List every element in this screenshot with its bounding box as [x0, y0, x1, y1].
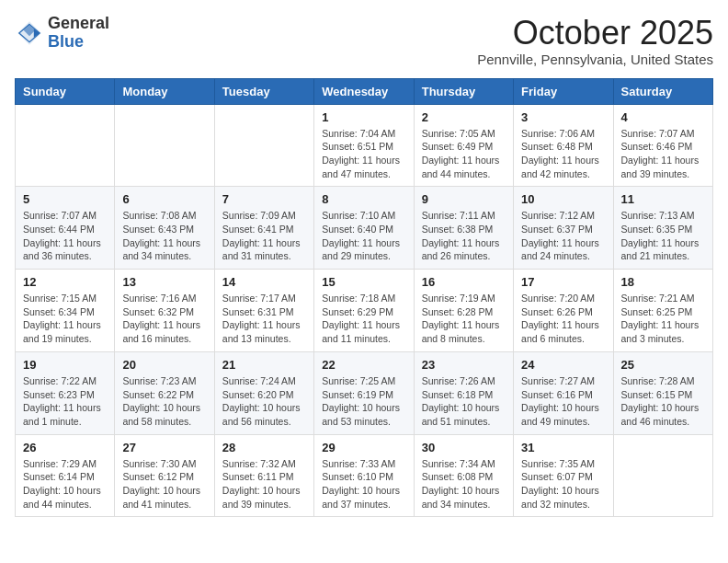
- calendar-day-cell: 23Sunrise: 7:26 AM Sunset: 6:18 PM Dayli…: [414, 351, 513, 434]
- day-info: Sunrise: 7:28 AM Sunset: 6:15 PM Dayligh…: [621, 374, 705, 429]
- day-info: Sunrise: 7:15 AM Sunset: 6:34 PM Dayligh…: [23, 292, 107, 346]
- day-info: Sunrise: 7:34 AM Sunset: 6:08 PM Dayligh…: [422, 457, 506, 511]
- logo-text: General Blue: [48, 15, 109, 52]
- day-info: Sunrise: 7:21 AM Sunset: 6:25 PM Dayligh…: [621, 292, 705, 346]
- calendar-day-cell: 25Sunrise: 7:28 AM Sunset: 6:15 PM Dayli…: [613, 351, 712, 434]
- calendar-day-cell: 1Sunrise: 7:04 AM Sunset: 6:51 PM Daylig…: [314, 104, 414, 187]
- calendar-day-cell: 20Sunrise: 7:23 AM Sunset: 6:22 PM Dayli…: [115, 351, 214, 434]
- logo-blue: Blue: [48, 32, 84, 51]
- day-number: 31: [521, 441, 605, 454]
- calendar-day-cell: 19Sunrise: 7:22 AM Sunset: 6:23 PM Dayli…: [16, 351, 115, 434]
- calendar-day-cell: 6Sunrise: 7:08 AM Sunset: 6:43 PM Daylig…: [115, 187, 214, 270]
- calendar-week-row: 26Sunrise: 7:29 AM Sunset: 6:14 PM Dayli…: [16, 434, 713, 517]
- day-number: 5: [23, 192, 107, 206]
- day-number: 20: [122, 358, 206, 372]
- day-number: 11: [621, 192, 705, 206]
- day-info: Sunrise: 7:12 AM Sunset: 6:37 PM Dayligh…: [521, 209, 605, 263]
- day-info: Sunrise: 7:17 AM Sunset: 6:31 PM Dayligh…: [222, 292, 306, 346]
- location-subtitle: Pennville, Pennsylvania, United States: [477, 52, 713, 67]
- calendar-day-cell: 7Sunrise: 7:09 AM Sunset: 6:41 PM Daylig…: [214, 187, 313, 270]
- day-info: Sunrise: 7:20 AM Sunset: 6:26 PM Dayligh…: [521, 292, 605, 346]
- day-info: Sunrise: 7:35 AM Sunset: 6:07 PM Dayligh…: [521, 457, 605, 511]
- day-number: 18: [621, 275, 705, 289]
- calendar-week-row: 5Sunrise: 7:07 AM Sunset: 6:44 PM Daylig…: [16, 187, 713, 270]
- weekday-header: Thursday: [414, 78, 513, 104]
- calendar-day-cell: 30Sunrise: 7:34 AM Sunset: 6:08 PM Dayli…: [414, 434, 513, 517]
- day-info: Sunrise: 7:27 AM Sunset: 6:16 PM Dayligh…: [521, 374, 605, 429]
- weekday-header: Friday: [514, 78, 613, 104]
- month-title: October 2025: [477, 15, 713, 52]
- day-info: Sunrise: 7:09 AM Sunset: 6:41 PM Dayligh…: [222, 209, 306, 263]
- day-number: 6: [122, 192, 206, 206]
- day-number: 22: [322, 358, 405, 372]
- day-info: Sunrise: 7:18 AM Sunset: 6:29 PM Dayligh…: [322, 292, 405, 346]
- calendar-day-cell: [115, 104, 214, 187]
- calendar-day-cell: 10Sunrise: 7:12 AM Sunset: 6:37 PM Dayli…: [514, 187, 613, 270]
- weekday-header: Monday: [115, 78, 214, 104]
- day-number: 13: [122, 275, 206, 289]
- day-number: 14: [222, 275, 306, 289]
- calendar-day-cell: 9Sunrise: 7:11 AM Sunset: 6:38 PM Daylig…: [414, 187, 513, 270]
- title-block: October 2025 Pennville, Pennsylvania, Un…: [477, 15, 713, 67]
- day-info: Sunrise: 7:07 AM Sunset: 6:44 PM Dayligh…: [23, 209, 107, 263]
- page-header: General Blue October 2025 Pennville, Pen…: [15, 15, 713, 67]
- day-number: 7: [222, 192, 306, 206]
- day-info: Sunrise: 7:16 AM Sunset: 6:32 PM Dayligh…: [122, 292, 206, 346]
- calendar-day-cell: 17Sunrise: 7:20 AM Sunset: 6:26 PM Dayli…: [514, 270, 613, 352]
- calendar-day-cell: 31Sunrise: 7:35 AM Sunset: 6:07 PM Dayli…: [514, 434, 613, 517]
- day-info: Sunrise: 7:07 AM Sunset: 6:46 PM Dayligh…: [621, 127, 705, 181]
- calendar-table: SundayMondayTuesdayWednesdayThursdayFrid…: [15, 78, 713, 518]
- calendar-day-cell: 15Sunrise: 7:18 AM Sunset: 6:29 PM Dayli…: [314, 270, 414, 352]
- calendar-week-row: 12Sunrise: 7:15 AM Sunset: 6:34 PM Dayli…: [16, 270, 713, 352]
- calendar-day-cell: 21Sunrise: 7:24 AM Sunset: 6:20 PM Dayli…: [214, 351, 313, 434]
- day-number: 19: [23, 358, 107, 372]
- day-number: 25: [621, 358, 705, 372]
- calendar-day-cell: 14Sunrise: 7:17 AM Sunset: 6:31 PM Dayli…: [214, 270, 313, 352]
- day-info: Sunrise: 7:23 AM Sunset: 6:22 PM Dayligh…: [122, 374, 206, 429]
- calendar-day-cell: 29Sunrise: 7:33 AM Sunset: 6:10 PM Dayli…: [314, 434, 414, 517]
- day-info: Sunrise: 7:30 AM Sunset: 6:12 PM Dayligh…: [122, 457, 206, 511]
- calendar-week-row: 19Sunrise: 7:22 AM Sunset: 6:23 PM Dayli…: [16, 351, 713, 434]
- calendar-day-cell: 3Sunrise: 7:06 AM Sunset: 6:48 PM Daylig…: [514, 104, 613, 187]
- day-info: Sunrise: 7:19 AM Sunset: 6:28 PM Dayligh…: [422, 292, 506, 346]
- day-info: Sunrise: 7:24 AM Sunset: 6:20 PM Dayligh…: [222, 374, 306, 429]
- day-number: 4: [621, 110, 705, 124]
- day-number: 10: [521, 192, 605, 206]
- day-info: Sunrise: 7:29 AM Sunset: 6:14 PM Dayligh…: [23, 457, 107, 511]
- calendar-day-cell: 13Sunrise: 7:16 AM Sunset: 6:32 PM Dayli…: [115, 270, 214, 352]
- day-number: 2: [422, 110, 506, 124]
- day-number: 30: [422, 441, 506, 454]
- day-number: 3: [521, 110, 605, 124]
- weekday-header: Sunday: [16, 78, 115, 104]
- day-info: Sunrise: 7:10 AM Sunset: 6:40 PM Dayligh…: [322, 209, 405, 263]
- day-info: Sunrise: 7:32 AM Sunset: 6:11 PM Dayligh…: [222, 457, 306, 511]
- calendar-day-cell: 26Sunrise: 7:29 AM Sunset: 6:14 PM Dayli…: [16, 434, 115, 517]
- day-number: 17: [521, 275, 605, 289]
- day-number: 1: [322, 110, 405, 124]
- calendar-day-cell: 4Sunrise: 7:07 AM Sunset: 6:46 PM Daylig…: [613, 104, 712, 187]
- calendar-day-cell: 12Sunrise: 7:15 AM Sunset: 6:34 PM Dayli…: [16, 270, 115, 352]
- calendar-day-cell: 2Sunrise: 7:05 AM Sunset: 6:49 PM Daylig…: [414, 104, 513, 187]
- day-number: 28: [222, 441, 306, 454]
- day-info: Sunrise: 7:13 AM Sunset: 6:35 PM Dayligh…: [621, 209, 705, 263]
- day-number: 26: [23, 441, 107, 454]
- day-info: Sunrise: 7:26 AM Sunset: 6:18 PM Dayligh…: [422, 374, 506, 429]
- calendar-day-cell: 27Sunrise: 7:30 AM Sunset: 6:12 PM Dayli…: [115, 434, 214, 517]
- weekday-header: Saturday: [613, 78, 712, 104]
- day-number: 29: [322, 441, 405, 454]
- calendar-day-cell: 24Sunrise: 7:27 AM Sunset: 6:16 PM Dayli…: [514, 351, 613, 434]
- weekday-header: Wednesday: [314, 78, 414, 104]
- day-number: 27: [122, 441, 206, 454]
- calendar-day-cell: [214, 104, 313, 187]
- day-info: Sunrise: 7:11 AM Sunset: 6:38 PM Dayligh…: [422, 209, 506, 263]
- day-info: Sunrise: 7:22 AM Sunset: 6:23 PM Dayligh…: [23, 374, 107, 429]
- logo: General Blue: [15, 15, 109, 52]
- day-info: Sunrise: 7:33 AM Sunset: 6:10 PM Dayligh…: [322, 457, 405, 511]
- day-number: 8: [322, 192, 405, 206]
- calendar-week-row: 1Sunrise: 7:04 AM Sunset: 6:51 PM Daylig…: [16, 104, 713, 187]
- calendar-day-cell: 18Sunrise: 7:21 AM Sunset: 6:25 PM Dayli…: [613, 270, 712, 352]
- calendar-day-cell: [16, 104, 115, 187]
- calendar-day-cell: 11Sunrise: 7:13 AM Sunset: 6:35 PM Dayli…: [613, 187, 712, 270]
- day-number: 9: [422, 192, 506, 206]
- day-number: 21: [222, 358, 306, 372]
